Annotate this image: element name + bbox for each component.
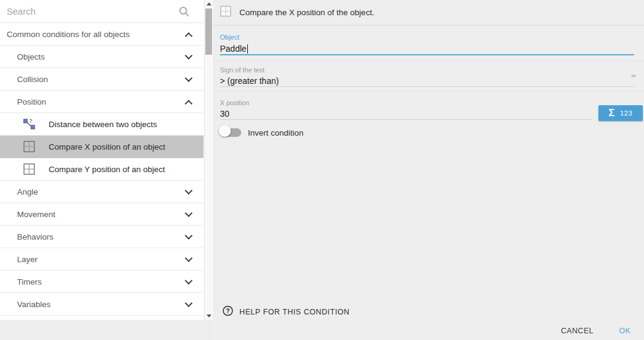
chevron-down-icon (185, 187, 193, 195)
chevron-up-icon (185, 32, 193, 40)
sidebar-item-timers[interactable]: Timers (0, 271, 204, 293)
divider (213, 91, 644, 92)
scroll-down-icon[interactable] (207, 314, 211, 317)
sidebar-item-label: Compare Y position of an object (49, 165, 165, 174)
sidebar-item-label: Variables (17, 300, 50, 309)
condition-parameters-panel: Compare the X position of the object. Ob… (213, 0, 644, 340)
sidebar-item-angle[interactable]: Angle (0, 181, 204, 203)
cancel-button[interactable]: CANCEL (561, 327, 594, 335)
sidebar-item-label: Layer (17, 255, 38, 264)
sigma-icon: Σ (609, 108, 615, 118)
chevron-down-icon (185, 277, 193, 285)
chevron-down-icon (185, 299, 193, 307)
help-label: HELP FOR THIS CONDITION (239, 308, 349, 316)
sidebar-item-objects[interactable]: Objects (0, 46, 204, 68)
x-position-input-underline (220, 119, 592, 120)
compare-position-icon (23, 163, 35, 175)
sidebar-item-label: Objects (17, 52, 45, 61)
ok-button[interactable]: OK (619, 327, 631, 335)
sidebar-item-distance-between-objects[interactable]: ? Distance between two objects (0, 113, 204, 136)
sidebar-item-label: Behaviors (17, 232, 53, 241)
help-link[interactable]: ? HELP FOR THIS CONDITION (222, 305, 349, 319)
sidebar-item-label: Distance between two objects (49, 120, 157, 129)
x-position-input[interactable]: 30 (220, 109, 230, 119)
sidebar-item-compare-x-position[interactable]: Compare X position of an object (0, 136, 204, 158)
sidebar-item-label: Compare X position of an object (49, 142, 165, 151)
condition-editor-dialog: Common conditions for all objects Object… (0, 0, 644, 340)
svg-text:?: ? (29, 118, 32, 124)
sidebar-item-label: Collision (17, 75, 48, 84)
sidebar-item-collision[interactable]: Collision (0, 68, 204, 91)
compare-position-icon (220, 5, 231, 19)
sidebar-item-variables[interactable]: Variables (0, 293, 204, 316)
sidebar-item-position[interactable]: Position (0, 91, 204, 113)
chevron-up-icon (185, 100, 193, 108)
chevron-down-icon (185, 232, 193, 240)
distance-icon: ? (23, 118, 35, 130)
sidebar-item-label: Movement (17, 210, 55, 219)
dropdown-arrow-icon[interactable] (631, 75, 637, 78)
sidebar-item-common-conditions[interactable]: Common conditions for all objects (0, 23, 204, 46)
search-row (0, 0, 204, 23)
sidebar-item-label: Timers (17, 277, 42, 286)
text-caret (247, 44, 248, 54)
sign-field-label: Sign of the test (220, 66, 264, 74)
condition-title: Compare the X position of the object. (239, 8, 374, 17)
invert-condition-label: Invert condition (248, 128, 304, 137)
scroll-up-icon[interactable] (207, 2, 211, 5)
help-icon: ? (222, 305, 233, 319)
chevron-down-icon (185, 254, 193, 262)
search-input[interactable] (7, 6, 204, 16)
sign-select-underline (220, 86, 634, 87)
object-input[interactable]: Paddle (220, 44, 248, 54)
invert-condition-toggle-row[interactable]: Invert condition (219, 127, 304, 139)
sidebar-item-label: Common conditions for all objects (7, 30, 130, 39)
sidebar-item-movement[interactable]: Movement (0, 203, 204, 226)
toggle-thumb (219, 125, 231, 137)
svg-text:?: ? (226, 307, 230, 314)
expression-button-digits: 123 (620, 109, 632, 117)
object-input-underline (220, 54, 634, 55)
compare-position-icon (23, 141, 35, 153)
divider (213, 25, 644, 26)
x-position-field-label: X position (220, 99, 249, 106)
dialog-footer: CANCEL OK (561, 327, 631, 335)
sidebar-item-label: Position (17, 97, 46, 106)
chevron-down-icon (185, 209, 193, 217)
chevron-down-icon (185, 74, 193, 82)
search-icon (178, 5, 190, 20)
sidebar-item-compare-y-position[interactable]: Compare Y position of an object (0, 158, 204, 181)
divider (213, 61, 644, 61)
sidebar-scrollbar[interactable] (204, 0, 212, 320)
conditions-sidebar: Common conditions for all objects Object… (0, 0, 213, 320)
toggle-switch[interactable] (219, 127, 241, 139)
sign-select[interactable]: > (greater than) (220, 76, 279, 86)
sidebar-item-layer[interactable]: Layer (0, 248, 204, 271)
object-field-label: Object (220, 33, 239, 41)
sidebar-item-label: Angle (17, 187, 38, 196)
expression-builder-button[interactable]: Σ 123 (598, 105, 643, 121)
condition-header: Compare the X position of the object. (220, 0, 374, 25)
scrollbar-thumb[interactable] (205, 9, 212, 55)
sidebar-item-behaviors[interactable]: Behaviors (0, 226, 204, 248)
chevron-down-icon (185, 52, 193, 60)
